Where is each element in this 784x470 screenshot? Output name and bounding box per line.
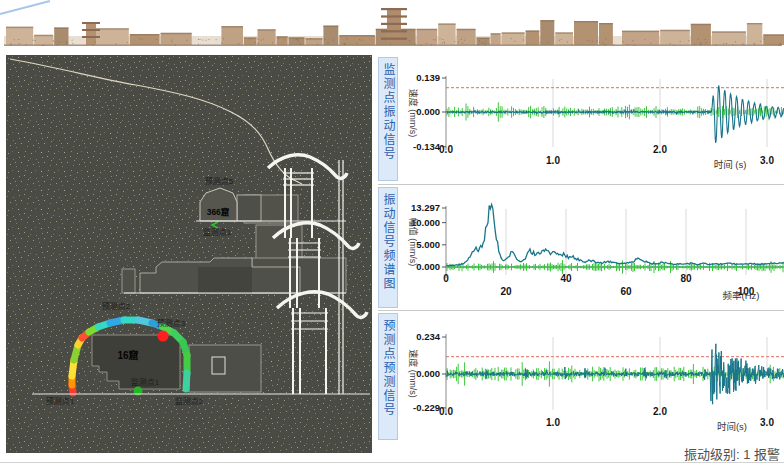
label-monitor-point-1: 监测点1 <box>131 377 160 387</box>
label-monitor-point-2: 监测点2 <box>175 396 204 406</box>
x-tick-label: 60 <box>620 286 632 297</box>
bottom-divider <box>0 462 784 463</box>
monitor-signal-chart: 0.1390.000-0.1340.01.02.03.0时间 (s)速度 (mm… <box>400 55 784 184</box>
y-tick-label: 0.000 <box>416 368 440 379</box>
label-predict-point-3: 预测点3 <box>157 318 186 328</box>
y-axis-label: 速度 (mm/s) <box>408 349 419 398</box>
y-tick-label: 0.139 <box>416 72 440 83</box>
y-tick-label: -0.134 <box>413 141 441 152</box>
x-tick-label: 3.0 <box>760 155 774 166</box>
label-predict-point-5: 预测点5 <box>205 176 234 186</box>
x-tick-label: 0 <box>443 273 449 284</box>
x-tick-label: 2.0 <box>653 144 667 155</box>
signal-series <box>446 344 784 404</box>
x-tick-label: 1.0 <box>546 155 560 166</box>
y-tick-label: 0.000 <box>416 106 440 117</box>
x-tick-label: 2.0 <box>653 406 667 417</box>
cliff-background <box>6 55 372 453</box>
x-axis-label: 时间 (s) <box>714 159 747 170</box>
x-tick-label: 0.0 <box>439 144 453 155</box>
y-tick-label: -0.229 <box>413 402 440 413</box>
label-cave-366: 366窟 <box>207 207 230 217</box>
x-axis-label: 时间(s) <box>717 421 747 432</box>
chart-row-predicted-signal: 预测点预测信号 0.2340.000-0.2290.01.02.03.0时间(s… <box>378 310 784 443</box>
y-axis-label: 幅值 (mm/s) <box>408 218 419 267</box>
x-tick-label: 40 <box>560 273 572 284</box>
x-tick-label: 80 <box>680 273 692 284</box>
vibration-level-text: 振动级别: 1 报警 <box>684 447 780 462</box>
chart-row-monitor-signal: 监测点振动信号 0.1390.000-0.1340.01.02.03.0时间 (… <box>378 55 784 184</box>
chart-stack: 监测点振动信号 0.1390.000-0.1340.01.02.03.0时间 (… <box>378 55 784 442</box>
label-predict-point-1: 预测点1 <box>46 396 75 406</box>
spectrum-chart: 13.29710.0005.0000.000020406080100频率(Hz)… <box>400 185 784 311</box>
label-monitor-point-1-upper: 监测点1 <box>203 227 232 237</box>
chart-row-spectrum: 振动信号频谱图 13.29710.0005.0000.0000204060801… <box>378 184 784 311</box>
panorama-banner <box>0 0 784 54</box>
cave-366-annex <box>237 195 261 221</box>
label-cave-16: 16窟 <box>117 349 138 361</box>
y-axis-label: 速度 (mm/s) <box>408 89 419 138</box>
y-tick-label: 5.000 <box>416 239 440 250</box>
y-tick-label: 0.000 <box>416 261 440 272</box>
label-predict-point-2: 预测点2 <box>102 301 131 311</box>
cave-section-diagram: 预测点5 366窟 监测点1 <box>6 55 372 453</box>
panel-title-monitor-signal: 监测点振动信号 <box>378 57 398 181</box>
panel-title-spectrum: 振动信号频谱图 <box>378 187 398 308</box>
x-tick-label: 1.0 <box>546 417 560 428</box>
x-axis-label: 频率(Hz) <box>723 290 760 301</box>
predict-point-3-dot <box>158 331 169 342</box>
x-tick-label: 3.0 <box>760 417 774 428</box>
x-tick-label: 20 <box>500 286 512 297</box>
panel-title-text: 监测点振动信号 <box>381 63 395 161</box>
x-tick-label: 0.0 <box>439 406 453 417</box>
panel-title-text: 振动信号频谱图 <box>381 193 395 291</box>
spectrum-series <box>446 205 784 266</box>
panel-title-text: 预测点预测信号 <box>381 319 395 417</box>
y-tick-label: 0.234 <box>416 331 440 342</box>
panel-title-predicted-signal: 预测点预测信号 <box>378 313 398 440</box>
vibration-level-status: 振动级别: 1 报警 <box>684 444 780 463</box>
section-diagram-panel: 预测点5 366窟 监测点1 <box>6 55 372 453</box>
y-tick-label: 13.297 <box>411 202 440 213</box>
predicted-signal-chart: 0.2340.000-0.2290.01.02.03.0时间(s)速度 (mm/… <box>400 311 784 443</box>
